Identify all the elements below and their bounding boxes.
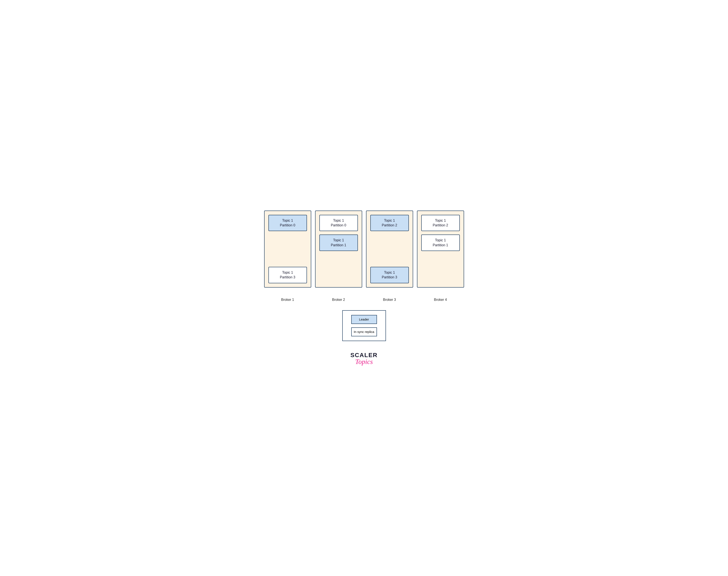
legend-replica-box: In sync replica bbox=[351, 327, 377, 336]
broker3-partition2: Topic 1Partition 2 bbox=[370, 215, 409, 231]
broker1-partition0: Topic 1Partition 0 bbox=[269, 215, 307, 231]
broker4-partition1: Topic 1Partition 1 bbox=[421, 234, 460, 251]
broker2-partition0: Topic 1Partition 0 bbox=[319, 215, 358, 231]
logo-scaler: SCALER bbox=[351, 352, 377, 358]
legend-replica: In sync replica bbox=[351, 327, 377, 336]
broker1-partition3: Topic 1Partition 3 bbox=[269, 267, 307, 283]
broker3-partition3: Topic 1Partition 3 bbox=[370, 267, 409, 283]
brokers-row: Topic 1Partition 0 Topic 1Partition 3 To… bbox=[246, 210, 482, 288]
legend-leader: Leader bbox=[351, 315, 377, 324]
logo-topics: Topics bbox=[351, 358, 377, 366]
broker-3: Topic 1Partition 2 Topic 1Partition 3 bbox=[366, 210, 413, 288]
broker-labels-row: Broker 1 Broker 2 Broker 3 Broker 4 bbox=[246, 298, 482, 302]
broker2-label: Broker 2 bbox=[315, 298, 362, 302]
broker-1: Topic 1Partition 0 Topic 1Partition 3 bbox=[264, 210, 311, 288]
main-container: Topic 1Partition 0 Topic 1Partition 3 To… bbox=[246, 210, 482, 366]
broker-2: Topic 1Partition 0 Topic 1Partition 1 bbox=[315, 210, 362, 288]
broker3-label: Broker 3 bbox=[366, 298, 413, 302]
broker2-partition1: Topic 1Partition 1 bbox=[319, 234, 358, 251]
logo: SCALER Topics bbox=[351, 352, 377, 366]
broker1-label: Broker 1 bbox=[264, 298, 311, 302]
diagram-wrapper: Topic 1Partition 0 Topic 1Partition 3 To… bbox=[246, 210, 482, 288]
broker4-partition2: Topic 1Partition 2 bbox=[421, 215, 460, 231]
broker-4: Topic 1Partition 2 Topic 1Partition 1 bbox=[417, 210, 464, 288]
legend-leader-box: Leader bbox=[351, 315, 377, 324]
broker4-label: Broker 4 bbox=[417, 298, 464, 302]
legend: Leader In sync replica bbox=[342, 310, 386, 341]
